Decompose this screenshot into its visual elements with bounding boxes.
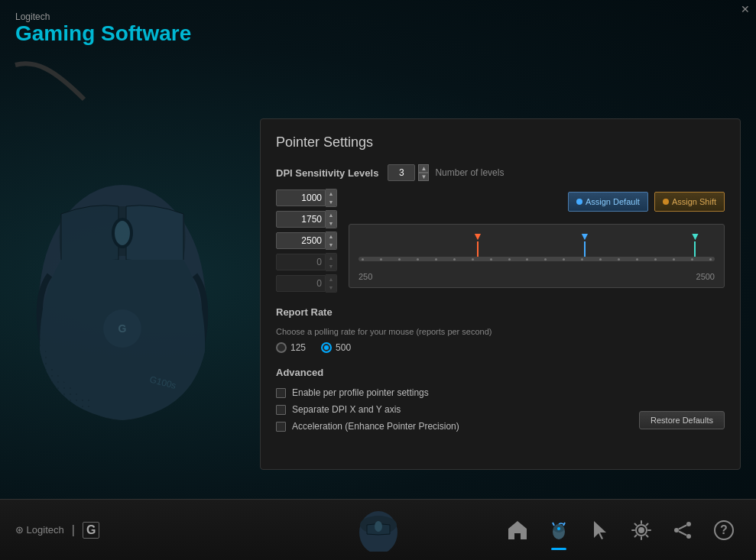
- svg-point-17: [674, 528, 679, 532]
- svg-point-13: [557, 527, 560, 530]
- dpi-spin-up-3[interactable]: ▲: [326, 232, 336, 241]
- assign-default-label: Assign Default: [586, 197, 640, 206]
- dpi-input-1[interactable]: [276, 189, 326, 206]
- dpi-input-row-1: ▲ ▼: [276, 189, 337, 207]
- slider-max-label: 2500: [696, 272, 715, 281]
- slider-labels: 250 2500: [359, 272, 715, 281]
- radio-500-circle: [321, 342, 332, 353]
- svg-point-3: [115, 221, 130, 245]
- dpi-spin-down-4: ▼: [326, 262, 336, 270]
- slider-min-label: 250: [359, 272, 372, 281]
- dpi-spin-2: ▲ ▼: [326, 210, 337, 228]
- dpi-track[interactable]: [359, 257, 715, 261]
- logo-g: G: [83, 522, 99, 539]
- dpi-levels-up[interactable]: ▲: [418, 164, 429, 173]
- radio-125[interactable]: 125: [276, 342, 306, 353]
- dpi-levels-value: 3: [388, 164, 415, 181]
- dpi-spin-down-3[interactable]: ▼: [326, 241, 336, 249]
- svg-point-16: [686, 522, 691, 526]
- advanced-title: Advanced: [276, 367, 725, 378]
- dpi-levels-down[interactable]: ▼: [418, 173, 429, 181]
- assign-shift-button[interactable]: Assign Shift: [654, 192, 725, 212]
- nav-share[interactable]: [666, 513, 699, 547]
- svg-text:G: G: [118, 322, 127, 335]
- dpi-header: DPI Sensitivity Levels 3 ▲ ▼ Number of l…: [276, 164, 725, 181]
- dpi-input-2[interactable]: [276, 211, 326, 228]
- radio-row: 125 500: [276, 342, 725, 353]
- mouse-thumbnail-area: [352, 506, 405, 555]
- main-panel: Pointer Settings DPI Sensitivity Levels …: [260, 118, 741, 470]
- checkbox-3[interactable]: [276, 422, 286, 432]
- nav-pointer[interactable]: [542, 513, 576, 547]
- dpi-slider-area[interactable]: ▼ ▼ ▼: [359, 231, 715, 269]
- assign-default-icon: [576, 199, 582, 205]
- report-rate-section: Report Rate Choose a polling rate for yo…: [276, 306, 725, 353]
- assign-shift-label: Assign Shift: [672, 197, 716, 206]
- dpi-spin-up-2[interactable]: ▲: [326, 211, 336, 219]
- panel-title: Pointer Settings: [276, 134, 725, 151]
- dpi-levels-control[interactable]: 3 ▲ ▼ Number of levels: [388, 164, 504, 181]
- svg-text:?: ?: [720, 523, 728, 536]
- report-rate-title: Report Rate: [276, 306, 725, 318]
- dpi-input-5: [276, 275, 326, 292]
- dpi-input-4: [276, 254, 326, 270]
- dpi-input-3[interactable]: [276, 232, 326, 249]
- close-button[interactable]: ✕: [741, 4, 750, 15]
- restore-defaults-button[interactable]: Restore Defaults: [639, 411, 725, 429]
- app-header: Logitech Gaming Software: [15, 11, 191, 46]
- mouse-thumbnail: [352, 506, 405, 552]
- dpi-spin-3: ▲ ▼: [326, 231, 337, 250]
- dpi-buttons-row: Assign Default Assign Shift: [349, 192, 725, 212]
- dpi-input-row-3: ▲ ▼: [276, 231, 337, 250]
- dpi-spin-up-4: ▲: [326, 254, 336, 262]
- dpi-spin-up-5: ▲: [326, 275, 336, 283]
- dpi-spin-4: ▲ ▼: [326, 253, 337, 271]
- bottom-bar: ⊛ Logitech | G: [0, 499, 756, 560]
- assign-default-button[interactable]: Assign Default: [568, 192, 648, 212]
- bottom-logo: ⊛ Logitech | G: [15, 522, 99, 539]
- bottom-logo-text: ⊛ Logitech: [15, 524, 64, 536]
- checkbox-label-2: Separate DPI X and Y axis: [292, 404, 401, 415]
- nav-help[interactable]: ?: [707, 513, 741, 547]
- app-title: Gaming Software: [15, 22, 191, 46]
- radio-500[interactable]: 500: [321, 342, 351, 353]
- svg-point-18: [686, 534, 691, 539]
- radio-125-circle: [276, 342, 287, 353]
- dpi-spin-down-1[interactable]: ▼: [326, 198, 336, 206]
- dpi-slider-container: ▼ ▼ ▼: [349, 224, 725, 288]
- dpi-spin-down-5: ▼: [326, 283, 336, 292]
- dpi-spin-down-2[interactable]: ▼: [326, 219, 336, 228]
- dpi-input-row-2: ▲ ▼: [276, 210, 337, 228]
- dpi-inputs: ▲ ▼ ▲ ▼ ▲ ▼: [276, 189, 337, 293]
- checkbox-label-3: Acceleration (Enhance Pointer Precision): [292, 421, 459, 432]
- num-levels-label: Number of levels: [435, 167, 504, 178]
- dpi-input-row-5: ▲ ▼: [276, 274, 337, 293]
- svg-point-14: [638, 527, 644, 533]
- radio-125-label: 125: [290, 342, 306, 353]
- nav-settings[interactable]: [625, 513, 658, 547]
- dpi-spin-1: ▲ ▼: [326, 189, 337, 207]
- dpi-input-row-4: ▲ ▼: [276, 253, 337, 271]
- dpi-level-arrows: ▲ ▼: [418, 164, 429, 181]
- radio-500-label: 500: [336, 342, 351, 353]
- checkbox-2[interactable]: [276, 405, 286, 415]
- dpi-spin-5: ▲ ▼: [326, 274, 337, 293]
- report-rate-desc: Choose a polling rate for your mouse (re…: [276, 327, 725, 336]
- nav-home[interactable]: [501, 513, 534, 547]
- dpi-section-label: DPI Sensitivity Levels: [276, 167, 378, 179]
- dpi-section: DPI Sensitivity Levels 3 ▲ ▼ Number of l…: [276, 164, 725, 293]
- checkbox-label-1: Enable per profile pointer settings: [292, 387, 429, 398]
- svg-point-10: [375, 521, 382, 532]
- assign-shift-icon: [663, 199, 669, 205]
- nav-cursor[interactable]: [583, 513, 617, 547]
- advanced-section: Advanced Enable per profile pointer sett…: [276, 367, 725, 432]
- dpi-right-area: Assign Default Assign Shift ▼: [349, 189, 725, 293]
- nav-icons: ?: [501, 513, 741, 547]
- mouse-illustration: G G100s: [0, 61, 260, 443]
- checkbox-row-1[interactable]: Enable per profile pointer settings: [276, 387, 725, 398]
- dpi-spin-up-1[interactable]: ▲: [326, 189, 336, 198]
- checkbox-1[interactable]: [276, 388, 286, 398]
- brand-label: Logitech: [15, 11, 191, 22]
- radio-500-inner: [324, 345, 329, 350]
- dpi-controls: ▲ ▼ ▲ ▼ ▲ ▼: [276, 189, 725, 293]
